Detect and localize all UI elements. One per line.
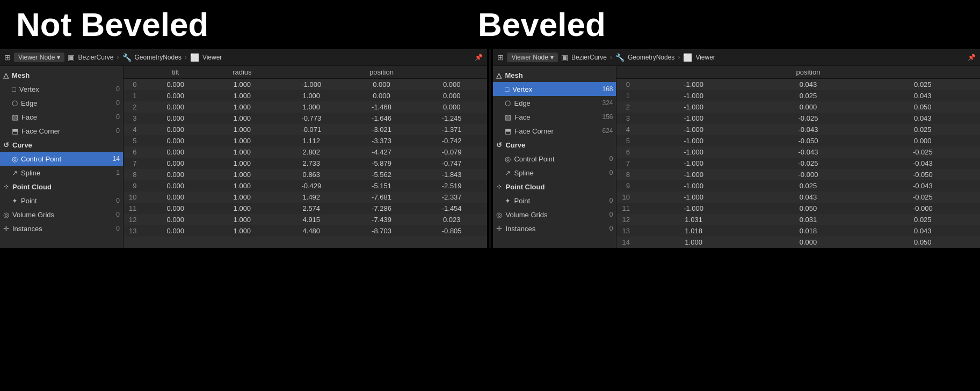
right-row-cell: -1.000	[636, 203, 751, 214]
right-table-row[interactable]: 0-1.0000.0430.025	[616, 79, 980, 91]
right-row-cell: 0.025	[866, 79, 980, 91]
left-table-row[interactable]: 130.0001.0004.480-8.703-0.805	[124, 225, 487, 237]
left-table-row[interactable]: 70.0001.0002.733-5.879-0.747	[124, 158, 487, 169]
right-table-row[interactable]: 7-1.000-0.025-0.043	[616, 158, 980, 169]
left-point-cloud-label: Point Cloud	[12, 183, 120, 191]
right-table-row[interactable]: 11-1.0000.050-0.000	[616, 203, 980, 214]
left-col-radius: radius	[208, 66, 276, 79]
left-instances-item[interactable]: ✛ Instances 0	[0, 222, 123, 235]
left-table-row[interactable]: 10.0001.0001.0000.0000.000	[124, 90, 487, 101]
right-table-row[interactable]: 5-1.000-0.0500.000	[616, 135, 980, 146]
title-not-beveled: Not Beveled	[16, 5, 424, 43]
right-table-row[interactable]: 141.0000.0000.050	[616, 237, 980, 248]
left-row-cell: -2.337	[417, 191, 487, 203]
left-table-row[interactable]: 00.0001.000-1.0000.0000.000	[124, 79, 487, 91]
right-volume-grids-item[interactable]: ◎ Volume Grids 0	[493, 208, 616, 222]
left-row-cell: 0.000	[143, 158, 208, 169]
left-table-row[interactable]: 100.0001.0001.492-7.681-2.337	[124, 191, 487, 203]
right-table-row[interactable]: 131.0180.0180.043	[616, 225, 980, 237]
right-table-row[interactable]: 4-1.000-0.0430.025	[616, 124, 980, 135]
right-vertex-item[interactable]: □ Vertex 168	[493, 82, 616, 96]
right-viewer-node-btn[interactable]: Viewer Node ▾	[507, 53, 557, 62]
right-instances-item[interactable]: ✛ Instances 0	[493, 222, 616, 235]
left-table-row[interactable]: 20.0001.0001.000-1.4680.000	[124, 101, 487, 113]
right-dropdown-icon: ▾	[550, 54, 554, 61]
right-row-cell: -0.025	[866, 191, 980, 203]
left-row-index: 3	[124, 113, 143, 124]
left-col-index	[124, 66, 143, 79]
left-table-row[interactable]: 110.0001.0002.574-7.286-1.454	[124, 203, 487, 214]
right-control-point-item[interactable]: ◎ Control Point 0	[493, 152, 616, 166]
left-point-item[interactable]: ✦ Point 0	[0, 194, 123, 208]
right-volume-grids-count: 0	[609, 211, 613, 218]
right-data-table[interactable]: position 0-1.0000.0430.0251-1.0000.0250.…	[616, 66, 980, 248]
right-row-index: 12	[616, 214, 636, 225]
left-row-cell: 0.000	[143, 124, 208, 135]
right-spline-count: 0	[609, 169, 613, 176]
right-spline-item[interactable]: ↗ Spline 0	[493, 166, 616, 180]
left-vertex-count: 0	[116, 85, 120, 93]
left-row-index: 0	[124, 79, 143, 91]
panel-divider	[489, 49, 491, 248]
right-table-row[interactable]: 8-1.000-0.000-0.050	[616, 169, 980, 180]
right-edge-item[interactable]: ⬡ Edge 324	[493, 96, 616, 110]
right-face-corner-item[interactable]: ⬒ Face Corner 624	[493, 124, 616, 138]
left-row-cell: 0.000	[346, 79, 417, 91]
right-table-row[interactable]: 121.0310.0310.025	[616, 214, 980, 225]
left-row-cell: -2.519	[417, 180, 487, 191]
left-edge-item[interactable]: ⬡ Edge 0	[0, 96, 123, 110]
left-table-row[interactable]: 80.0001.0000.863-5.562-1.843	[124, 169, 487, 180]
right-panel: ⊞ Viewer Node ▾ ▣ BezierCurve › 🔧 Geomet…	[493, 49, 980, 248]
left-edge-icon: ⬡	[12, 99, 18, 107]
left-instances-label: Instances	[12, 225, 114, 233]
left-face-corner-label: Face Corner	[21, 127, 114, 135]
left-row-cell: 4.480	[277, 225, 347, 237]
right-table-row[interactable]: 1-1.0000.0250.043	[616, 90, 980, 101]
right-bezier-label: BezierCurve	[571, 54, 607, 61]
left-row-index: 7	[124, 158, 143, 169]
left-table-row[interactable]: 60.0001.0002.802-4.427-0.079	[124, 146, 487, 158]
left-face-corner-icon: ⬒	[12, 127, 18, 135]
left-vertex-item[interactable]: □ Vertex 0	[0, 82, 123, 96]
right-curve-header: ↺ Curve	[493, 138, 616, 152]
left-table-row[interactable]: 50.0001.0001.112-3.373-0.742	[124, 135, 487, 146]
right-col-position: position	[636, 66, 980, 79]
left-row-cell: 1.000	[208, 135, 276, 146]
right-face-corner-icon: ⬒	[505, 127, 511, 135]
right-face-item[interactable]: ▧ Face 156	[493, 110, 616, 124]
left-spline-item[interactable]: ↗ Spline 1	[0, 166, 123, 180]
left-viewer-node-btn[interactable]: Viewer Node ▾	[14, 53, 64, 62]
right-face-corner-label: Face Corner	[514, 127, 600, 135]
right-point-item[interactable]: ✦ Point 0	[493, 194, 616, 208]
left-row-index: 1	[124, 90, 143, 101]
left-row-cell: 1.000	[208, 113, 276, 124]
right-table-row[interactable]: 6-1.000-0.043-0.025	[616, 146, 980, 158]
right-table-row[interactable]: 3-1.000-0.0250.043	[616, 113, 980, 124]
right-table-row[interactable]: 10-1.0000.043-0.025	[616, 191, 980, 203]
right-point-icon: ✦	[505, 197, 511, 205]
left-table-row[interactable]: 120.0001.0004.915-7.4390.023	[124, 214, 487, 225]
right-row-cell: 0.018	[751, 225, 865, 237]
left-row-cell: -1.245	[417, 113, 487, 124]
left-volume-grids-item[interactable]: ◎ Volume Grids 0	[0, 208, 123, 222]
left-row-cell: -7.286	[346, 203, 417, 214]
left-control-point-item[interactable]: ◎ Control Point 14	[0, 152, 123, 166]
left-face-item[interactable]: ▧ Face 0	[0, 110, 123, 124]
right-row-index: 6	[616, 146, 636, 158]
right-table-row[interactable]: 2-1.0000.0000.050	[616, 101, 980, 113]
right-point-cloud-icon: ⁘	[496, 183, 502, 191]
left-volume-grids-icon: ◎	[3, 211, 9, 219]
left-face-corner-item[interactable]: ⬒ Face Corner 0	[0, 124, 123, 138]
left-point-icon: ✦	[12, 197, 18, 205]
left-row-cell: -0.079	[417, 146, 487, 158]
left-data-table[interactable]: tilt radius position 00.0001.000-1.0000.…	[124, 66, 487, 248]
right-vertex-icon: □	[505, 85, 509, 93]
right-face-icon: ▧	[505, 113, 511, 121]
left-table-row[interactable]: 30.0001.000-0.773-1.646-1.245	[124, 113, 487, 124]
left-table-row[interactable]: 90.0001.000-0.429-5.151-2.519	[124, 180, 487, 191]
left-row-cell: 1.000	[208, 79, 276, 91]
right-table-row[interactable]: 9-1.0000.025-0.043	[616, 180, 980, 191]
left-table-row[interactable]: 40.0001.000-0.071-3.021-1.371	[124, 124, 487, 135]
left-row-cell: 0.000	[346, 90, 417, 101]
right-row-index: 14	[616, 237, 636, 248]
